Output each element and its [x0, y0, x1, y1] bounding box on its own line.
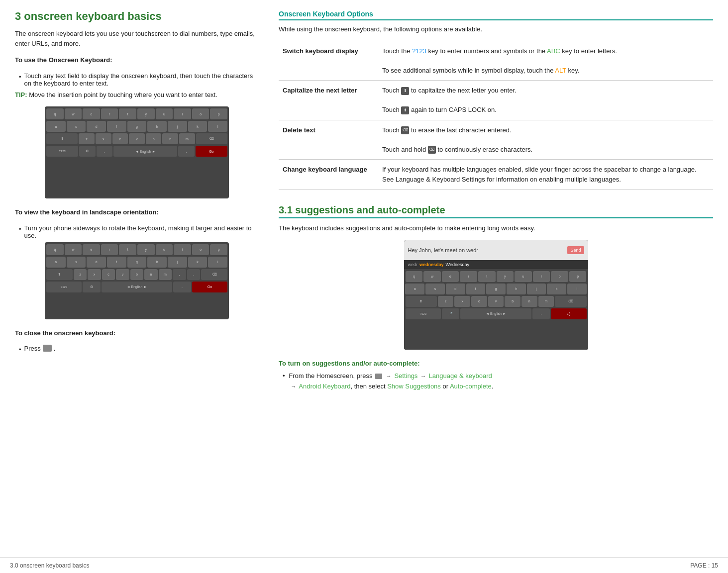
- section2-heading: To view the keyboard in landscape orient…: [15, 207, 259, 217]
- kb-key: m: [179, 133, 195, 144]
- left-column: 3 onscreen keyboard basics The onscreen …: [15, 10, 259, 548]
- suggestions-text-field: Hey John, let's meet on wedr: [408, 247, 564, 253]
- kb-key: w: [65, 244, 82, 255]
- options-intro: While using the onscreen keyboard, the f…: [279, 24, 713, 34]
- kb-key: n: [521, 296, 537, 307]
- kb-key: v: [488, 296, 504, 307]
- footer-right: PAGE : 15: [690, 562, 718, 569]
- bullet-text-2: Turn your phone sideways to rotate the k…: [24, 224, 259, 239]
- sugg-word-2: wednesday: [419, 262, 444, 267]
- abc-text: ABC: [547, 47, 560, 55]
- bullet-dot-2: •: [19, 224, 21, 234]
- section-31: 3.1 suggestions and auto-complete The ke…: [279, 204, 713, 392]
- kb-key-shift3: ⬆: [406, 296, 437, 307]
- kb-key: p: [210, 244, 227, 255]
- kb-key-enter: Go: [196, 146, 227, 157]
- kb-row-s1: q w e r t y u i o p: [406, 271, 587, 282]
- kb-key: w: [423, 271, 441, 282]
- language-keyboard-link: Language & keyboard: [429, 372, 492, 380]
- bullet-text-1: Touch any text field to display the onsc…: [24, 72, 259, 87]
- kb-key: n: [162, 133, 178, 144]
- bullet-item-1: • Touch any text field to display the on…: [15, 72, 259, 87]
- sugg-word-3: Wednesday: [446, 262, 469, 267]
- menu-icon-sym: [375, 374, 382, 379]
- kb-key: x: [96, 133, 111, 144]
- bullet-press-end: .: [54, 345, 56, 352]
- kb-key: o: [192, 108, 209, 119]
- table-term-delete: Delete text: [279, 120, 378, 160]
- kb-key-space2: ◄ English ►: [102, 282, 172, 292]
- kb-key: y: [137, 244, 155, 255]
- keyboard-image-portrait: q w e r t y u i o p a s d: [45, 106, 229, 198]
- kb-row-s3: ⬆ z x c v b n m ⌫: [406, 296, 587, 307]
- kb-key-smiley: :-): [551, 308, 586, 319]
- kb-key: e: [83, 244, 100, 255]
- kb-key: y: [137, 108, 155, 119]
- suggestions-strip: wedr wednesday Wednesday: [404, 260, 588, 269]
- kb-key: y: [497, 271, 514, 282]
- kb-key: i: [174, 108, 191, 119]
- kb-key: w: [65, 108, 82, 119]
- intro-text: The onscreen keyboard lets you use your …: [15, 29, 259, 48]
- shift-icon: ⬆: [401, 87, 409, 95]
- kb-key: j: [527, 284, 546, 294]
- section31-bullets-heading: To turn on suggestions and/or auto-compl…: [279, 359, 713, 369]
- kb-key: h: [507, 284, 526, 294]
- kb-key: i: [533, 271, 550, 282]
- kb-key-sym2: ?123: [46, 282, 82, 292]
- kb-key: q: [46, 108, 64, 119]
- kb-key: i: [174, 244, 191, 255]
- main-heading: 3 onscreen keyboard basics: [15, 10, 259, 23]
- footer-left: 3.0 onscreen keyboard basics: [10, 562, 89, 569]
- kb-key-del: ⌫: [196, 133, 227, 144]
- kb-key: x: [88, 269, 101, 280]
- kb-key: b: [505, 296, 520, 307]
- kb-key: h: [147, 121, 167, 132]
- kb-key: a: [46, 257, 66, 268]
- table-term-switch: Switch keyboard display: [279, 41, 378, 81]
- options-heading: Onscreen Keyboard Options: [279, 10, 713, 20]
- kb-row-s2: a s d f g h j k l: [406, 284, 587, 294]
- section31-bullets: To turn on suggestions and/or auto-compl…: [279, 359, 713, 392]
- kb-key: k: [188, 121, 208, 132]
- kb-key: p: [210, 108, 227, 119]
- arrow-1: →: [386, 372, 392, 381]
- keyboard-sim-2: q w e r t y u i o p a s d: [45, 242, 229, 319]
- kb-key: s: [67, 121, 86, 132]
- table-row-switch: Switch keyboard display Touch the ?123 k…: [279, 41, 713, 81]
- home-button-icon: [43, 345, 52, 352]
- q123-text: ?123: [412, 47, 426, 55]
- kb-key: u: [515, 271, 532, 282]
- kb-key-enter2: Go: [192, 282, 227, 292]
- kb-key: e: [83, 108, 100, 119]
- kb-key: g: [486, 284, 506, 294]
- bullet-item-3: • Press .: [15, 345, 259, 355]
- kb-key: r: [101, 108, 118, 119]
- kb-key: m: [159, 269, 172, 280]
- kb-key-period3: .: [173, 282, 191, 292]
- kb-key-period2: .: [187, 269, 200, 280]
- arrow-3: →: [291, 382, 296, 391]
- kb-row-l3: ⬆ z x c v b n m , . ⌫: [46, 269, 227, 280]
- kb-key: a: [405, 284, 424, 294]
- kb-key: e: [442, 271, 459, 282]
- page-container: 3 onscreen keyboard basics The onscreen …: [0, 0, 728, 573]
- kb-key: r: [460, 271, 477, 282]
- kb-key: m: [538, 296, 554, 307]
- options-table: Switch keyboard display Touch the ?123 k…: [279, 41, 713, 190]
- bullet-item-2: • Turn your phone sideways to rotate the…: [15, 224, 259, 239]
- table-desc-language: If your keyboard has multiple languages …: [378, 160, 713, 190]
- kb-key: s: [67, 257, 86, 268]
- kb-key: t: [119, 108, 136, 119]
- kb-key: x: [454, 296, 470, 307]
- table-desc-switch: Touch the ?123 key to enter numbers and …: [378, 41, 713, 81]
- keyboard-sim-3: q w e r t y u i o p a: [404, 269, 588, 350]
- table-row-language: Change keyboard language If your keyboar…: [279, 160, 713, 190]
- kb-key: q: [406, 271, 423, 282]
- kb-key: j: [168, 121, 187, 132]
- table-desc-capitalize: Touch ⬆ to capitalize the next letter yo…: [378, 81, 713, 120]
- suggestions-send-btn: Send: [567, 246, 584, 254]
- kb-key: d: [446, 284, 465, 294]
- kb-key-del2: ⌫: [201, 269, 227, 280]
- section31-intro: The keyboard includes suggestions and au…: [279, 223, 713, 233]
